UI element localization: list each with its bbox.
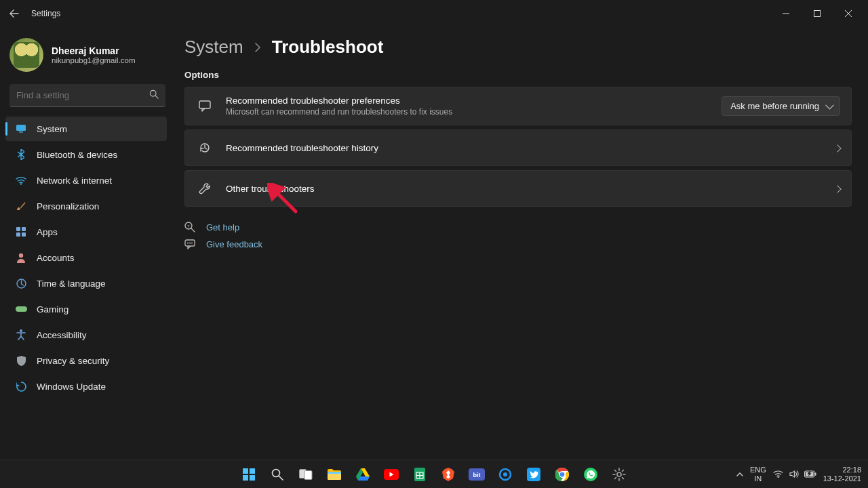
link-label: Get help	[206, 222, 239, 232]
sidebar-item-personalization[interactable]: Personalization	[5, 194, 167, 218]
brush-icon	[15, 200, 27, 212]
setting-card-recommended-troubleshooter-preferences: Recommended troubleshooter preferencesMi…	[184, 87, 852, 125]
breadcrumb-parent[interactable]: System	[184, 37, 243, 58]
card-title: Recommended troubleshooter preferences	[226, 96, 722, 106]
taskbar-twitter-icon[interactable]	[521, 462, 546, 487]
svg-rect-44	[814, 472, 816, 476]
taskbar-google-drive-icon[interactable]	[351, 462, 375, 487]
wrench-icon	[196, 182, 214, 195]
language-indicator[interactable]: ENG IN	[750, 466, 766, 483]
sidebar-item-bluetooth-devices[interactable]: Bluetooth & devices	[5, 142, 167, 167]
message-icon	[196, 100, 214, 112]
card-title: Other troubleshooters	[226, 184, 835, 194]
taskbar-sheets-icon[interactable]	[408, 462, 432, 487]
bluetooth-icon	[15, 148, 27, 161]
taskbar-file-explorer-icon[interactable]	[322, 462, 347, 487]
taskbar-start-icon[interactable]	[237, 462, 261, 487]
taskbar-settings-icon[interactable]	[607, 462, 631, 487]
svg-rect-22	[243, 475, 248, 481]
setting-card-other-troubleshooters[interactable]: Other troubleshooters	[184, 170, 852, 207]
back-button[interactable]	[4, 3, 24, 24]
svg-rect-23	[250, 475, 255, 481]
close-button[interactable]	[833, 3, 864, 24]
clock-globe-icon	[15, 277, 27, 289]
update-icon	[15, 380, 27, 392]
clock[interactable]: 22:18 13-12-2021	[823, 466, 861, 483]
sidebar-item-label: Accounts	[37, 253, 75, 263]
apps-icon	[15, 226, 27, 238]
svg-point-24	[273, 469, 280, 476]
sidebar-item-label: Bluetooth & devices	[37, 150, 117, 160]
section-label: Options	[184, 70, 852, 80]
card-title: Recommended troubleshooter history	[226, 143, 835, 153]
setting-card-recommended-troubleshooter-history[interactable]: Recommended troubleshooter history	[184, 129, 852, 166]
maximize-button[interactable]	[802, 3, 833, 24]
svg-point-42	[777, 476, 778, 478]
sidebar-item-windows-update[interactable]: Windows Update	[5, 374, 167, 399]
svg-text:bit: bit	[473, 471, 481, 478]
person-icon	[15, 251, 27, 264]
sidebar: Dheeraj Kumar nikunpubg1@gmail.com Syste…	[0, 27, 170, 488]
svg-point-12	[20, 329, 22, 332]
svg-rect-13	[199, 101, 210, 108]
taskbar: bit ENG IN 22:18 13-12-2021	[0, 460, 868, 488]
breadcrumb: System Troubleshoot	[184, 37, 852, 58]
feedback-icon	[184, 239, 197, 249]
sidebar-item-gaming[interactable]: Gaming	[5, 297, 167, 321]
search-input[interactable]	[9, 84, 165, 107]
sidebar-item-label: Accessibility	[37, 330, 87, 340]
sidebar-item-accounts[interactable]: Accounts	[5, 245, 167, 270]
sidebar-item-accessibility[interactable]: Accessibility	[5, 323, 167, 347]
sidebar-item-label: Personalization	[37, 201, 99, 211]
display-icon	[15, 123, 27, 135]
title-bar: Settings	[0, 0, 868, 27]
taskbar-brave-icon[interactable]	[436, 462, 460, 487]
taskbar-chrome-icon[interactable]	[550, 462, 574, 487]
search-icon	[149, 89, 159, 99]
sidebar-item-label: Windows Update	[37, 382, 106, 392]
accessibility-icon	[15, 329, 27, 341]
svg-rect-28	[328, 472, 341, 474]
taskbar-search-icon[interactable]	[265, 462, 290, 487]
wifi-tray-icon[interactable]	[773, 470, 783, 479]
main-content: System Troubleshoot Options Recommended …	[170, 27, 868, 488]
sidebar-item-label: Time & language	[37, 279, 106, 289]
svg-text:?: ?	[187, 224, 190, 228]
card-subtitle: Microsoft can recommend and run troubles…	[226, 107, 722, 117]
sidebar-item-system[interactable]: System	[5, 117, 167, 141]
svg-point-9	[19, 253, 23, 257]
help-icon: ?	[184, 222, 197, 232]
sidebar-item-apps[interactable]: Apps	[5, 220, 167, 244]
sidebar-item-privacy-security[interactable]: Privacy & security	[5, 348, 167, 373]
tray-chevron-icon[interactable]	[736, 471, 743, 478]
sidebar-item-label: Privacy & security	[37, 356, 109, 366]
battery-tray-icon[interactable]	[804, 470, 816, 478]
taskbar-whatsapp-icon[interactable]	[578, 462, 603, 487]
svg-rect-26	[304, 470, 312, 479]
minimize-button[interactable]	[770, 3, 802, 24]
search-wrap	[9, 84, 165, 107]
chevron-right-icon	[835, 182, 840, 195]
svg-point-4	[20, 183, 22, 184]
link-get-help[interactable]: ?Get help	[184, 222, 852, 232]
taskbar-youtube-icon[interactable]	[379, 462, 403, 487]
sidebar-item-time-language[interactable]: Time & language	[5, 271, 167, 296]
system-tray: ENG IN 22:18 13-12-2021	[736, 466, 868, 483]
taskbar-task-view-icon[interactable]	[294, 462, 318, 487]
svg-point-41	[617, 472, 621, 476]
link-give-feedback[interactable]: Give feedback	[184, 239, 852, 249]
preference-dropdown[interactable]: Ask me before running	[722, 96, 840, 116]
sidebar-item-label: System	[37, 124, 67, 134]
svg-rect-11	[16, 306, 27, 312]
nav-list: SystemBluetooth & devicesNetwork & inter…	[5, 117, 170, 399]
user-name: Dheeraj Kumar	[52, 45, 136, 56]
svg-rect-20	[243, 468, 248, 474]
volume-tray-icon[interactable]	[789, 470, 799, 479]
taskbar-circle-icon[interactable]	[493, 462, 517, 487]
taskbar-bit-icon[interactable]: bit	[465, 462, 489, 487]
profile-block[interactable]: Dheeraj Kumar nikunpubg1@gmail.com	[5, 33, 170, 81]
svg-point-1	[150, 90, 156, 96]
wifi-icon	[15, 174, 27, 186]
sidebar-item-network-internet[interactable]: Network & internet	[5, 168, 167, 192]
svg-point-17	[187, 243, 189, 244]
